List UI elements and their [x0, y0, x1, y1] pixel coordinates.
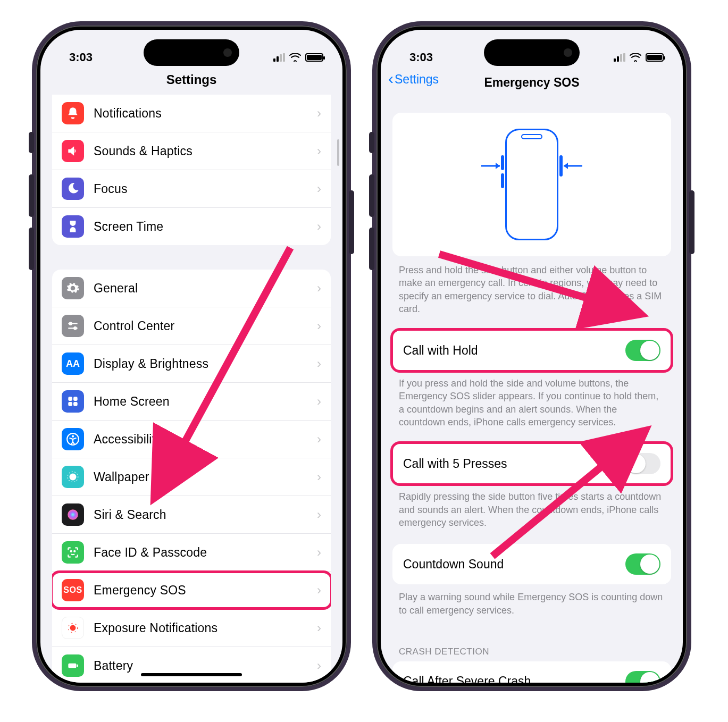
row-label: Siri & Search [94, 508, 166, 522]
exposure-icon [62, 617, 84, 639]
row-wallpaper[interactable]: Wallpaper › [52, 458, 331, 496]
row-label: Sounds & Haptics [94, 144, 193, 158]
chevron-right-icon: › [317, 432, 321, 447]
power-button [349, 190, 354, 254]
row-label: Call After Severe Crash [403, 674, 531, 683]
focus-icon [62, 178, 84, 200]
svg-point-10 [70, 474, 77, 481]
row-siri[interactable]: Siri & Search › [52, 496, 331, 534]
chevron-right-icon: › [317, 658, 321, 673]
row-screentime[interactable]: Screen Time › [52, 208, 331, 245]
back-label: Settings [395, 72, 439, 87]
homescreen-icon [62, 390, 84, 413]
chevron-right-icon: › [317, 507, 321, 522]
row-label: Emergency SOS [94, 583, 186, 598]
row-exposure[interactable]: Exposure Notifications › [52, 609, 331, 647]
instruction-diagram [392, 113, 671, 256]
chevron-left-icon: ‹ [388, 73, 394, 85]
row-countdown-sound[interactable]: Countdown Sound [392, 544, 671, 584]
svg-rect-4 [68, 397, 72, 401]
faceid-icon [62, 541, 84, 564]
svg-point-12 [68, 509, 78, 520]
chevron-right-icon: › [317, 219, 321, 234]
settings-group: General › Control Center › AA Display & … [52, 270, 331, 683]
svg-point-15 [70, 625, 76, 631]
svg-rect-18 [77, 665, 78, 667]
svg-rect-17 [68, 664, 76, 668]
status-time: 3:03 [409, 51, 433, 64]
row-label: Home Screen [94, 394, 170, 409]
svg-point-9 [72, 435, 74, 437]
chevron-right-icon: › [317, 281, 321, 296]
row-label: Focus [94, 182, 128, 196]
svg-rect-5 [73, 397, 78, 401]
page-title: Settings [40, 72, 342, 95]
row-label: Wallpaper [94, 470, 149, 484]
sos-icon: SOS [62, 579, 84, 601]
volume-up-button [29, 174, 34, 217]
row-battery[interactable]: Battery › [52, 647, 331, 683]
row-display[interactable]: AA Display & Brightness › [52, 345, 331, 383]
chevron-right-icon: › [317, 545, 321, 560]
row-call-with-hold[interactable]: Call with Hold [392, 330, 671, 371]
row-label: Notifications [94, 106, 162, 121]
footer-text: Rapidly pressing the side button five ti… [381, 484, 683, 544]
battery-icon [305, 53, 323, 62]
settings-group: Notifications › Sounds & Haptics › Focus… [52, 95, 331, 245]
scroll-indicator[interactable] [337, 139, 339, 166]
row-label: General [94, 281, 138, 296]
home-indicator[interactable] [141, 673, 242, 676]
row-label: Display & Brightness [94, 357, 208, 371]
siri-icon [62, 503, 84, 526]
svg-rect-7 [73, 402, 78, 406]
status-time: 3:03 [69, 51, 93, 64]
row-accessibility[interactable]: Accessibility › [52, 421, 331, 458]
toggle-call-after-crash[interactable] [625, 671, 660, 683]
row-control-center[interactable]: Control Center › [52, 307, 331, 345]
svg-point-14 [74, 551, 75, 552]
power-button [689, 190, 694, 254]
section-header: CRASH DETECTION [381, 632, 683, 661]
row-label: Exposure Notifications [94, 621, 217, 635]
toggle-call-with-5-presses[interactable] [625, 453, 660, 474]
row-general[interactable]: General › [52, 270, 331, 307]
chevron-right-icon: › [317, 106, 321, 121]
footer-text: Play a warning sound while Emergency SOS… [381, 584, 683, 632]
chevron-right-icon: › [317, 620, 321, 635]
row-faceid[interactable]: Face ID & Passcode › [52, 534, 331, 572]
toggle-countdown-sound[interactable] [625, 553, 660, 575]
row-homescreen[interactable]: Home Screen › [52, 383, 331, 421]
wallpaper-icon [62, 466, 84, 488]
volume-down-button [369, 228, 374, 270]
accessibility-icon [62, 428, 84, 450]
volume-up-button [369, 174, 374, 217]
row-focus[interactable]: Focus › [52, 170, 331, 208]
signal-icon [273, 53, 285, 62]
row-notifications[interactable]: Notifications › [52, 95, 331, 132]
row-label: Call with 5 Presses [403, 457, 507, 471]
row-sounds[interactable]: Sounds & Haptics › [52, 132, 331, 170]
wifi-icon [630, 53, 641, 62]
svg-rect-6 [68, 402, 72, 406]
intro-text: Press and hold the side button and eithe… [381, 264, 683, 330]
row-label: Face ID & Passcode [94, 545, 207, 560]
right-phone-frame: 3:03 ‹ Settings Emergency SOS [372, 21, 691, 691]
silent-switch [29, 132, 34, 153]
row-call-after-crash[interactable]: Call After Severe Crash [392, 661, 671, 683]
chevron-right-icon: › [317, 144, 321, 158]
chevron-right-icon: › [317, 318, 321, 333]
chevron-right-icon: › [317, 583, 321, 598]
toggle-call-with-hold[interactable] [625, 340, 660, 361]
chevron-right-icon: › [317, 181, 321, 196]
row-call-with-5-presses[interactable]: Call with 5 Presses [392, 443, 671, 484]
row-emergency-sos[interactable]: SOS Emergency SOS › [52, 572, 331, 609]
back-button[interactable]: ‹ Settings [388, 72, 439, 87]
svg-point-13 [71, 551, 72, 552]
chevron-right-icon: › [317, 356, 321, 371]
row-label: Battery [94, 659, 133, 673]
row-label: Control Center [94, 319, 174, 333]
row-label: Screen Time [94, 220, 163, 234]
row-label: Countdown Sound [403, 557, 504, 572]
battery-icon [62, 654, 84, 677]
chevron-right-icon: › [317, 394, 321, 409]
